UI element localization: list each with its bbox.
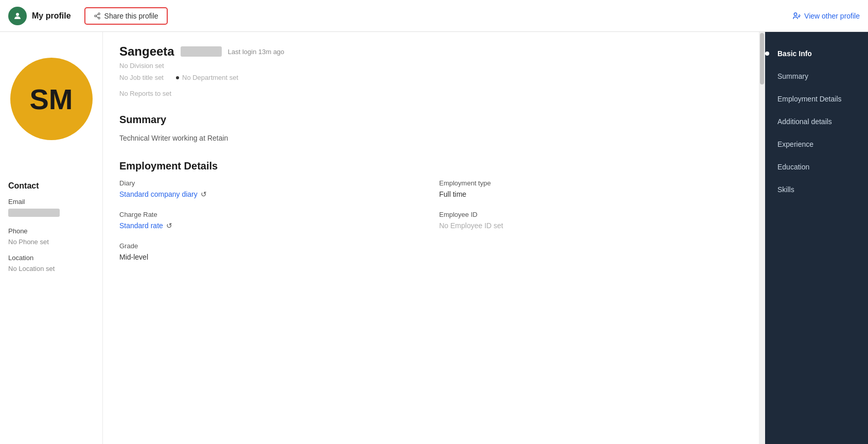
svg-point-3 <box>98 17 100 19</box>
profile-main: Sangeeta Last login 13m ago No Division … <box>103 32 759 444</box>
share-btn-label: Share this profile <box>104 12 158 20</box>
main-scrollbar[interactable] <box>759 32 765 444</box>
nav-label-employment-details: Employment Details <box>777 95 842 103</box>
employee-id-field: Employee ID No Employee ID set <box>439 211 743 230</box>
charge-rate-history-icon[interactable]: ↺ <box>166 221 172 230</box>
employment-type-value: Full time <box>439 190 743 198</box>
profile-name-block: Sangeeta Last login 13m ago No Division … <box>119 44 285 97</box>
topbar: My profile Share this profile View other… <box>0 0 868 32</box>
svg-point-1 <box>98 13 100 15</box>
email-value-redacted <box>8 209 60 217</box>
phone-label: Phone <box>8 227 94 235</box>
right-nav: Basic Info Summary Employment Details Ad… <box>765 32 868 444</box>
employment-type-label: Employment type <box>439 179 743 187</box>
summary-text: Technical Writer working at Retain <box>119 133 742 144</box>
job-dept-row: No Job title set No Department set <box>119 74 285 81</box>
share-profile-button[interactable]: Share this profile <box>84 7 168 25</box>
no-division: No Division set <box>119 62 285 70</box>
nav-item-employment-details[interactable]: Employment Details <box>765 88 868 110</box>
nav-label-basic-info: Basic Info <box>777 49 812 58</box>
scrollbar-thumb[interactable] <box>760 33 764 84</box>
nav-label-skills: Skills <box>777 185 794 194</box>
contact-title: Contact <box>8 181 94 191</box>
topbar-left: My profile Share this profile <box>8 7 168 25</box>
main-layout: SM Contact Email Phone No Phone set Loca… <box>0 32 868 444</box>
profile-name: Sangeeta <box>119 44 174 59</box>
profile-name-inline: Sangeeta Last login 13m ago <box>119 44 285 59</box>
summary-title: Summary <box>119 114 742 126</box>
diary-field: Diary Standard company diary ↺ <box>119 179 423 198</box>
no-job-title: No Job title set <box>119 74 164 81</box>
no-department: No Department set <box>182 74 238 81</box>
nav-label-summary: Summary <box>777 72 808 80</box>
email-label: Email <box>8 198 94 206</box>
avatar-section: SM <box>8 42 94 140</box>
no-reports: No Reports to set <box>119 90 285 97</box>
dept-block: No Department set <box>176 74 238 81</box>
my-profile-label: My profile <box>32 11 71 21</box>
dept-dot <box>176 76 179 79</box>
view-other-label: View other profile <box>804 12 860 20</box>
nav-item-skills[interactable]: Skills <box>765 178 868 201</box>
nav-label-additional-details: Additional details <box>777 117 832 126</box>
nav-item-experience[interactable]: Experience <box>765 133 868 156</box>
nav-item-additional-details[interactable]: Additional details <box>765 110 868 133</box>
nav-label-education: Education <box>777 163 809 171</box>
svg-point-0 <box>16 13 19 16</box>
view-other-profile-button[interactable]: View other profile <box>792 12 860 20</box>
grade-value: Mid-level <box>119 253 423 261</box>
nav-label-experience: Experience <box>777 140 813 148</box>
contact-section: Contact Email Phone No Phone set Locatio… <box>8 181 94 272</box>
diary-value[interactable]: Standard company diary ↺ <box>119 190 423 198</box>
svg-point-2 <box>94 15 96 17</box>
charge-rate-label: Charge Rate <box>119 211 423 218</box>
avatar-initials: SM <box>30 82 73 116</box>
charge-rate-value[interactable]: Standard rate ↺ <box>119 221 423 230</box>
employment-grid: Diary Standard company diary ↺ Employmen… <box>119 179 742 261</box>
employee-id-value: No Employee ID set <box>439 221 743 230</box>
avatar: SM <box>10 58 93 140</box>
last-login: Last login 13m ago <box>228 48 285 56</box>
profile-header: Sangeeta Last login 13m ago No Division … <box>119 44 742 97</box>
nav-item-basic-info[interactable]: Basic Info <box>765 42 868 65</box>
nav-item-education[interactable]: Education <box>765 156 868 178</box>
nav-item-summary[interactable]: Summary <box>765 65 868 88</box>
phone-value: No Phone set <box>8 238 94 246</box>
diary-label: Diary <box>119 179 423 187</box>
location-value: No Location set <box>8 265 94 272</box>
svg-line-5 <box>96 14 98 15</box>
charge-rate-field: Charge Rate Standard rate ↺ <box>119 211 423 230</box>
location-label: Location <box>8 254 94 262</box>
grade-field: Grade Mid-level <box>119 242 423 261</box>
left-sidebar: SM Contact Email Phone No Phone set Loca… <box>0 32 103 444</box>
profile-nav-icon <box>8 7 27 25</box>
employee-id-label: Employee ID <box>439 211 743 218</box>
grade-label: Grade <box>119 242 423 250</box>
employment-title: Employment Details <box>119 160 742 172</box>
svg-point-6 <box>794 13 796 15</box>
profile-surname-redacted <box>181 46 222 57</box>
svg-line-4 <box>96 16 98 17</box>
diary-history-icon[interactable]: ↺ <box>201 190 207 198</box>
topbar-right: View other profile <box>792 12 860 20</box>
employment-type-field: Employment type Full time <box>439 179 743 198</box>
